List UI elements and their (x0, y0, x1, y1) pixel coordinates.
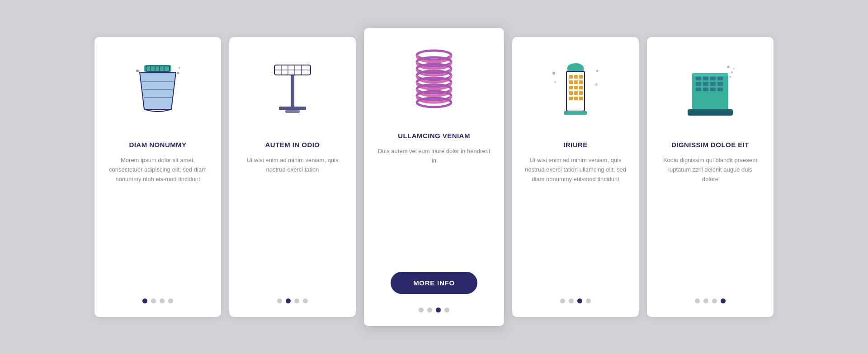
card-2-text: Ut wisi enim ad minim veniam, quis nostr… (242, 156, 343, 283)
svg-rect-19 (279, 107, 306, 110)
card-4: IRIURE Ut wisi enim ad minim veniam, qui… (512, 37, 639, 317)
svg-rect-42 (569, 86, 573, 89)
svg-point-53 (731, 71, 733, 73)
svg-rect-66 (703, 88, 708, 91)
dot[interactable] (695, 298, 700, 303)
dot[interactable] (712, 298, 717, 303)
dot[interactable] (703, 298, 708, 303)
svg-rect-48 (569, 97, 573, 100)
svg-rect-45 (569, 91, 573, 95)
svg-rect-65 (696, 88, 701, 91)
svg-rect-20 (285, 110, 300, 113)
card-5: DIGNISSIM DOLOE EIT Kodio dignissim qui … (647, 37, 774, 317)
card-3-dots (419, 303, 449, 312)
dot[interactable] (168, 298, 173, 303)
dot[interactable] (560, 298, 565, 303)
card-5-title: DIGNISSIM DOLOE EIT (671, 141, 749, 149)
svg-rect-60 (717, 77, 723, 80)
svg-rect-70 (692, 73, 728, 76)
dot[interactable] (303, 298, 308, 303)
svg-rect-40 (574, 80, 578, 84)
dot[interactable] (142, 298, 147, 303)
svg-rect-46 (574, 91, 578, 95)
svg-point-32 (595, 84, 598, 86)
svg-rect-58 (703, 77, 708, 80)
tower-icon (544, 55, 607, 127)
dot[interactable] (436, 307, 441, 312)
lamp-icon (261, 55, 324, 127)
card-1-dots (142, 294, 173, 303)
dot[interactable] (427, 307, 432, 312)
building-icon (679, 55, 742, 127)
svg-rect-50 (579, 97, 583, 100)
svg-rect-36 (569, 75, 573, 79)
card-2: AUTEM IN ODIO Ut wisi enim ad minim veni… (229, 37, 356, 317)
svg-rect-38 (579, 75, 583, 79)
svg-rect-59 (710, 77, 716, 80)
dot[interactable] (444, 307, 449, 312)
card-4-text: Ut wisi enim ad minim veniam, quis nostr… (525, 156, 626, 283)
svg-rect-57 (696, 77, 701, 80)
card-1: DIAM NONUMMY Morem ipsum dolor sit amet,… (94, 37, 221, 317)
svg-point-1 (177, 72, 179, 75)
coil-icon (402, 46, 466, 118)
svg-rect-34 (567, 68, 584, 71)
svg-point-0 (136, 70, 139, 72)
svg-point-2 (179, 67, 180, 69)
card-5-dots (695, 294, 726, 303)
cards-container: DIAM NONUMMY Morem ipsum dolor sit amet,… (81, 10, 787, 344)
card-2-title: AUTEM IN ODIO (265, 141, 320, 149)
svg-rect-41 (579, 80, 583, 84)
card-2-dots (277, 294, 308, 303)
card-4-dots (560, 294, 591, 303)
svg-rect-62 (703, 82, 708, 86)
svg-point-30 (596, 70, 599, 72)
dot[interactable] (294, 298, 299, 303)
card-3-title: ULLAMCING VENIAM (398, 132, 470, 140)
svg-rect-43 (574, 86, 578, 89)
card-3-text: Duis autem vel eum iriure dolor in hendr… (377, 147, 491, 261)
svg-point-55 (729, 76, 731, 78)
card-4-title: IRIURE (563, 141, 588, 149)
svg-rect-61 (696, 82, 701, 86)
svg-rect-47 (579, 91, 583, 95)
svg-point-29 (552, 72, 555, 75)
svg-rect-64 (717, 82, 723, 86)
filter-icon (126, 55, 189, 127)
dot[interactable] (577, 298, 582, 303)
dot[interactable] (286, 298, 291, 303)
svg-rect-18 (291, 75, 294, 107)
dot[interactable] (721, 298, 726, 303)
dot[interactable] (160, 298, 165, 303)
svg-rect-69 (688, 109, 733, 116)
card-3: ULLAMCING VENIAM Duis autem vel eum iriu… (364, 28, 504, 326)
svg-rect-39 (569, 80, 573, 84)
svg-rect-51 (564, 111, 587, 115)
more-info-button[interactable]: MORE INFO (391, 272, 477, 294)
svg-rect-68 (717, 88, 723, 91)
dot[interactable] (277, 298, 282, 303)
dot[interactable] (569, 298, 574, 303)
dot[interactable] (151, 298, 156, 303)
svg-point-52 (727, 66, 730, 68)
svg-rect-63 (710, 82, 716, 86)
dot[interactable] (419, 307, 424, 312)
svg-rect-44 (579, 86, 583, 89)
svg-point-54 (733, 68, 735, 70)
svg-rect-67 (710, 88, 716, 91)
svg-rect-37 (574, 75, 578, 79)
dot[interactable] (586, 298, 591, 303)
svg-rect-49 (574, 97, 578, 100)
card-5-text: Kodio dignissim qui blandit praesent lup… (660, 156, 761, 283)
card-1-text: Morem ipsum dolor sit amet, consectetuer… (107, 156, 208, 283)
svg-point-31 (554, 81, 556, 83)
card-1-title: DIAM NONUMMY (129, 141, 186, 149)
